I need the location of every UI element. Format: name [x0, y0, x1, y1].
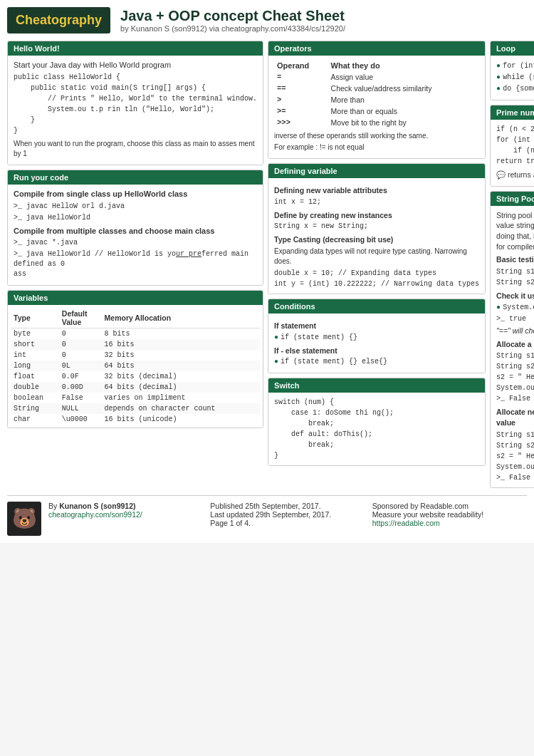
sp-code4: String s1 = " Hello World"; String s2 = … [496, 430, 534, 483]
prime-code: if (n < 2) { return false; } for (int i=… [496, 124, 534, 167]
var-type: short [11, 339, 59, 350]
variables-table: Type DefaultValue Memory Allocation byte… [11, 308, 260, 425]
hw-note: When you want to run the program, choose… [14, 139, 257, 159]
cmd1: >_ javac HelloW orl d.java [14, 202, 257, 212]
operator-row: >=More than or equals [274, 105, 479, 117]
variable-row: StringNULLdepends on character count [11, 403, 260, 414]
switch-code: switch (num) { case 1: doSome thi ng(); … [274, 397, 479, 461]
operator-row: =Assign value [274, 71, 479, 83]
operators-header: Operators [268, 41, 485, 56]
sp-result1: >_ true [496, 314, 534, 324]
cmd3: >_ javac *.java [14, 238, 257, 248]
footer-link[interactable]: cheatography.com/son9912/ [48, 510, 203, 519]
var-type: boolean [11, 393, 59, 403]
op-example: For example : != is not equal [274, 143, 479, 152]
var-type: double [11, 382, 59, 393]
var-default: 0L [59, 361, 102, 371]
string-pool-body: String pool is created to make the same … [491, 206, 534, 487]
var-default: False [59, 393, 102, 403]
var-memory: 16 bits [102, 339, 261, 350]
footer-published: Published 25th September, 2017. [210, 502, 365, 510]
footer-sponsor-link[interactable]: https://readable.com [372, 519, 527, 527]
defining-variable-body: Defining new variable attributes int x =… [268, 178, 485, 294]
var-type: byte [11, 328, 59, 340]
var-default: 0 [59, 339, 102, 350]
var-memory: varies on impliment [102, 393, 261, 403]
var-memory: 32 bits [102, 350, 261, 361]
var-memory: 64 bits (decimal) [102, 382, 261, 393]
sp-code3: String s1 = " Hello World"; String s2 = … [496, 351, 534, 404]
column-2: Operators Operand What they do =Assign v… [268, 41, 486, 466]
var-col-type: Type [11, 308, 59, 328]
var-memory: 8 bits [102, 328, 261, 340]
conditions-header: Conditions [268, 299, 485, 314]
def-code1: int x = 12; [274, 197, 479, 207]
string-pool-desc: String pool is created to make the same … [496, 210, 534, 252]
variable-row: long0L64 bits [11, 361, 260, 371]
op-desc: More than [328, 94, 480, 105]
switch-section: Switch switch (num) { case 1: doSome thi… [268, 378, 486, 466]
loop-item-3: do {somet hing} while (true) [496, 84, 534, 94]
operator-row: >>>Move bit to the right by [274, 117, 479, 128]
footer-sponsor: Sponsored by Readable.com [372, 502, 527, 510]
cmd4: >_ java HelloWorld // HelloWorld is your… [14, 249, 257, 279]
operators-body: Operand What they do =Assign value==Chec… [268, 56, 485, 158]
page-title: Java + OOP concept Cheat Sheet [120, 8, 345, 24]
op-col-operand: Operand [274, 60, 328, 71]
footer-updated: Last updated 29th September, 2017. [210, 510, 365, 519]
footer-page: Page 1 of 4. [210, 519, 365, 527]
sp-sub5: Allocate new address by changing its val… [496, 407, 534, 428]
cond-code2: if (state ment) {} else{} [274, 357, 479, 367]
page-subtitle: by Kunanon S (son9912) via cheatography.… [120, 24, 345, 33]
prime-header: Prime number function [491, 105, 534, 120]
var-memory: 64 bits [102, 361, 261, 371]
var-default: NULL [59, 403, 102, 414]
prime-body: if (n < 2) { return false; } for (int i=… [491, 120, 534, 186]
cond-code1: if (state ment) {} [274, 333, 479, 343]
prime-note: 💬 returns a boolean [496, 170, 534, 180]
defining-variable-section: Defining variable Defining new variable … [268, 163, 486, 294]
var-type: String [11, 403, 59, 414]
column-3: Loop for (int i: someArray) {} while (so… [490, 41, 534, 488]
footer-author-col: By Kunanon S (son9912) cheatography.com/… [48, 502, 203, 519]
variables-section: Variables Type DefaultValue Memory Alloc… [7, 290, 263, 428]
run-code-section: Run your code Compile from single class … [7, 170, 263, 286]
footer-author: By Kunanon S (son9912) [48, 502, 203, 510]
operators-table: Operand What they do =Assign value==Chec… [274, 60, 479, 128]
footer: 🐻 By Kunanon S (son9912) cheatography.co… [7, 495, 527, 536]
variable-row: int032 bits [11, 350, 260, 361]
op-note: inverse of these operands still working … [274, 131, 479, 141]
hw-intro: Start your Java day with Hello World pro… [14, 60, 257, 71]
operator-row: ==Check value/address similarity [274, 83, 479, 94]
sp-sub4: Allocate a new address using new [496, 339, 534, 350]
footer-pub-col: Published 25th September, 2017. Last upd… [210, 502, 365, 527]
loop-item-2: while (somet hing) {} [496, 73, 534, 83]
variables-body: Type DefaultValue Memory Allocation byte… [8, 305, 263, 428]
loop-header: Loop [491, 41, 534, 56]
variable-row: char\u000016 bits (unicode) [11, 414, 260, 425]
var-col-memory: Memory Allocation [102, 308, 261, 328]
switch-header: Switch [268, 378, 485, 393]
page: Cheatography Java + OOP concept Cheat Sh… [0, 0, 534, 543]
string-pool-section: String Pool - Optimizations String pool … [490, 191, 534, 488]
footer-sponsor-col: Sponsored by Readable.com Measure your w… [372, 502, 527, 527]
op-symbol: > [274, 94, 328, 105]
header: Cheatography Java + OOP concept Cheat Sh… [7, 7, 527, 33]
run-code-header: Run your code [8, 170, 263, 185]
var-type: long [11, 361, 59, 371]
compile-single-label: Compile from single class up HelloWorld … [14, 189, 257, 200]
prime-section: Prime number function if (n < 2) { retur… [490, 105, 534, 187]
op-desc: Assign value [328, 71, 480, 83]
sp-code2: System.ou t.p rin tln(s1 == s2 [496, 303, 534, 313]
op-desc: More than or equals [328, 105, 480, 117]
column-1: Hello World! Start your Java day with He… [7, 41, 263, 428]
var-type: int [11, 350, 59, 361]
op-symbol: >>> [274, 117, 328, 128]
var-default: 0 [59, 350, 102, 361]
var-default: 0.00D [59, 382, 102, 393]
logo: Cheatography [7, 7, 110, 33]
compile-multiple-label: Compile from multiple classes and choose… [14, 226, 257, 237]
op-desc: Check value/address similarity [328, 83, 480, 94]
def-sub2: Define by creating new instances [274, 210, 479, 221]
var-memory: 16 bits (unicode) [102, 414, 261, 425]
